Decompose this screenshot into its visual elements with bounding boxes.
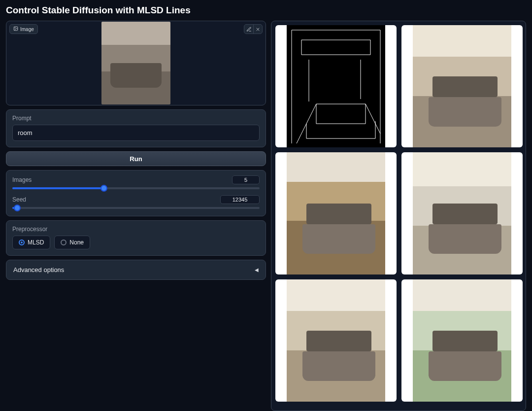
image-tools bbox=[244, 24, 263, 34]
gallery-tile[interactable] bbox=[401, 279, 523, 402]
seed-slider-thumb[interactable] bbox=[14, 205, 21, 211]
generated-room-image bbox=[413, 279, 511, 402]
preprocessor-card: Preprocessor MLSD None bbox=[6, 220, 266, 256]
images-slider-thumb[interactable] bbox=[100, 185, 107, 192]
preprocessor-option-mlsd-label: MLSD bbox=[28, 239, 44, 246]
gallery-tile[interactable] bbox=[401, 25, 523, 147]
output-gallery bbox=[271, 21, 526, 411]
seed-label: Seed bbox=[12, 196, 26, 203]
edit-image-button[interactable] bbox=[244, 25, 253, 34]
input-image-thumbnail bbox=[101, 22, 170, 104]
gallery-tile[interactable] bbox=[275, 152, 397, 274]
preprocessor-option-none[interactable]: None bbox=[54, 236, 90, 249]
input-image-card[interactable]: Image bbox=[6, 21, 266, 105]
preprocessor-option-none-label: None bbox=[69, 239, 84, 246]
images-value[interactable]: 5 bbox=[232, 175, 260, 184]
generated-room-image bbox=[287, 279, 385, 402]
images-slider-row: Images 5 bbox=[12, 175, 260, 189]
radio-dot-icon bbox=[19, 240, 25, 245]
prompt-label: Prompt bbox=[12, 115, 260, 122]
mlsd-lines-preview bbox=[287, 25, 385, 147]
image-badge: Image bbox=[9, 24, 38, 34]
seed-value[interactable]: 12345 bbox=[220, 195, 260, 204]
images-label: Images bbox=[12, 176, 32, 183]
seed-slider[interactable] bbox=[12, 207, 260, 209]
images-slider[interactable] bbox=[12, 187, 260, 189]
preprocessor-radio-row: MLSD None bbox=[12, 236, 260, 249]
preprocessor-label: Preprocessor bbox=[12, 226, 260, 233]
clear-image-button[interactable] bbox=[253, 25, 262, 34]
images-slider-fill bbox=[12, 187, 104, 189]
generated-room-image bbox=[413, 152, 511, 274]
image-icon bbox=[13, 26, 18, 32]
radio-dot-icon bbox=[61, 240, 66, 245]
prompt-card: Prompt bbox=[6, 109, 266, 147]
gallery-tile[interactable] bbox=[401, 152, 523, 274]
page-title: Control Stable Diffusion with MLSD Lines bbox=[6, 5, 526, 16]
triangle-left-icon: ◀ bbox=[255, 267, 259, 273]
gallery-tile[interactable] bbox=[275, 25, 397, 147]
seed-slider-row: Seed 12345 bbox=[12, 195, 260, 209]
run-button[interactable]: Run bbox=[6, 151, 266, 166]
image-badge-label: Image bbox=[20, 27, 34, 32]
generated-room-image bbox=[413, 25, 511, 147]
svg-point-1 bbox=[15, 28, 15, 28]
sliders-card: Images 5 Seed 12345 bbox=[6, 170, 266, 216]
advanced-options-label: Advanced options bbox=[13, 266, 64, 274]
generated-room-image bbox=[287, 152, 385, 274]
gallery-tile[interactable] bbox=[275, 279, 397, 402]
advanced-options-accordion[interactable]: Advanced options ◀ bbox=[6, 260, 266, 280]
preprocessor-option-mlsd[interactable]: MLSD bbox=[12, 236, 50, 249]
prompt-input[interactable] bbox=[12, 125, 260, 141]
